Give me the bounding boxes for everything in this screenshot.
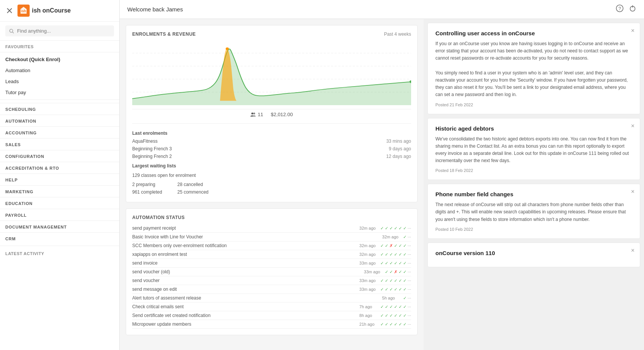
news-title-1: Controlling user access in onCourse [435, 30, 632, 36]
sidebar: ish ish onCourse FAVOURITES Checkout (Qu… [0, 0, 120, 350]
stat-count: 11 [258, 112, 263, 117]
preparing-row: 2 preparing [132, 181, 162, 188]
automation-row-10: Check critical emails sent 7h ago ✓✓✓✓✓✓… [132, 303, 411, 311]
news-close-1[interactable]: × [631, 28, 635, 34]
enrolment-row-1: AquaFitness 33 mins ago [132, 137, 411, 145]
enrolment-row-3: Beginning French 2 12 days ago [132, 153, 411, 160]
news-card-3: × Phone number field changes The next re… [427, 184, 640, 239]
news-close-3[interactable]: × [631, 189, 635, 195]
waiting-lists-label: Largest waiting lists [132, 163, 411, 169]
sidebar-section-sales[interactable]: SALES [0, 138, 119, 148]
time-label: Past 4 weeks [384, 32, 411, 37]
sidebar-section-automation[interactable]: AUTOMATION [0, 115, 119, 125]
main-area: Welcome back James ? ENROLMENTS & REVENU… [120, 0, 644, 350]
search-box [5, 25, 114, 36]
automation-row-9: Alert tutors of assessment release 5h ag… [132, 294, 411, 303]
enrolment-name-2: Beginning French 3 [132, 146, 172, 151]
automation-status-card: AUTOMATION STATUS send payment receipt 3… [126, 208, 418, 335]
automation-row-6: send voucher (old) 33m ago ✓✓✗✓✓··· [132, 268, 411, 276]
news-body-1: If you or an onCourse user you know are … [435, 40, 632, 99]
enrolments-info: Last enrolments AquaFitness 33 mins ago … [132, 123, 411, 196]
top-bar-icons: ? [616, 5, 636, 14]
news-date-2: Posted 18 Feb 2022 [435, 168, 632, 173]
automation-row-7: send voucher 33m ago ✓✓✓✓✓✓··· [132, 276, 411, 285]
power-icon[interactable] [629, 5, 636, 14]
sidebar-section-accreditation[interactable]: ACCREDITATION & RTO [0, 162, 119, 172]
automation-status-title: AUTOMATION STATUS [132, 215, 411, 220]
news-card-4: × onCourse version 110 [427, 243, 640, 267]
news-card-2: × Historic aged debtors We've consolidat… [427, 118, 640, 180]
classes-label: 129 classes open for enrolment [132, 173, 196, 178]
sidebar-section-education[interactable]: EDUCATION [0, 197, 119, 207]
automation-row-4: xapiapps on enrolment test 32m ago ✓✓✓✓✓… [132, 250, 411, 259]
stat-revenue-value: $2,012.00 [271, 112, 293, 117]
enrolment-time-3: 12 days ago [386, 154, 411, 159]
news-date-1: Posted 21 Feb 2022 [435, 102, 632, 107]
automation-row-1: send payment receipt 32m ago ✓✓✓✓✓✓··· [132, 224, 411, 233]
help-icon[interactable]: ? [616, 5, 623, 14]
content-area: ENROLMENTS & REVENUE Past 4 weeks [120, 19, 644, 350]
page-title: Welcome back James [127, 6, 183, 13]
automation-row-2: Basic Invoice with Line for Voucher 32m … [132, 233, 411, 241]
news-date-3: Posted 10 Feb 2022 [435, 227, 632, 232]
enrolment-name-3: Beginning French 2 [132, 154, 172, 159]
svg-line-5 [13, 32, 14, 33]
cancelled-row: 28 cancelled [177, 181, 209, 188]
stat-enrolments: 11 [250, 112, 263, 117]
news-body-2: We've consolidated the two historic aged… [435, 136, 632, 165]
svg-text:?: ? [619, 6, 621, 11]
svg-point-16 [252, 112, 253, 114]
sidebar-section-accounting[interactable]: ACCOUNTING [0, 126, 119, 137]
news-close-2[interactable]: × [631, 123, 635, 129]
sidebar-section-scheduling[interactable]: SCHEDULING [0, 103, 119, 113]
logo: ish ish onCourse [17, 5, 71, 17]
sidebar-section-document-management[interactable]: DOCUMENT MANAGEMENT [0, 221, 119, 231]
sidebar-section-marketing[interactable]: MARKETING [0, 185, 119, 195]
enrolments-chart [132, 44, 411, 105]
sidebar-item-automation[interactable]: Automation [0, 65, 119, 76]
sidebar-item-checkout[interactable]: Checkout (Quick Enrol) [0, 54, 119, 65]
preparing-label: 2 preparing [132, 182, 155, 187]
search-icon [9, 28, 14, 34]
sidebar-section-crm[interactable]: CRM [0, 232, 119, 243]
svg-text:ish: ish [21, 9, 26, 13]
svg-point-17 [253, 112, 255, 114]
logo-icon: ish [17, 5, 30, 17]
sidebar-header: ish ish onCourse [0, 0, 119, 22]
sidebar-section-configuration[interactable]: CONFIGURATION [0, 150, 119, 160]
automation-row-5: send invoice 33m ago ✓✓✓✓✓✓··· [132, 259, 411, 268]
news-body-3: The next release of onCourse will strip … [435, 201, 632, 223]
card-header-enrolments: ENROLMENTS & REVENUE Past 4 weeks [132, 32, 411, 41]
enrolments-title: ENROLMENTS & REVENUE [132, 32, 196, 37]
commenced-label: 25 commenced [177, 189, 209, 195]
news-title-2: Historic aged debtors [435, 125, 632, 132]
stat-revenue: $2,012.00 [271, 112, 293, 117]
automation-row-11: Send certificate vet created notificatio… [132, 311, 411, 320]
sidebar-section-payroll[interactable]: PAYROLL [0, 209, 119, 219]
news-panel: × Controlling user access in onCourse If… [424, 19, 644, 350]
automation-table: send payment receipt 32m ago ✓✓✓✓✓✓··· B… [132, 224, 411, 329]
commenced-row: 25 commenced [177, 188, 209, 196]
enrolments-revenue-card: ENROLMENTS & REVENUE Past 4 weeks [126, 25, 418, 202]
completed-row: 961 completed [132, 188, 162, 196]
svg-point-14 [226, 47, 229, 50]
close-sidebar-button[interactable] [5, 6, 14, 15]
cancelled-label: 28 cancelled [177, 182, 203, 187]
logo-text: ish onCourse [32, 7, 71, 14]
search-input[interactable] [17, 28, 110, 34]
svg-point-4 [9, 29, 13, 32]
news-close-4[interactable]: × [631, 248, 635, 254]
enrolment-time-1: 33 mins ago [386, 139, 411, 144]
sidebar-item-leads[interactable]: Leads [0, 76, 119, 87]
sidebar-section-help[interactable]: HELP [0, 173, 119, 184]
top-bar: Welcome back James ? [120, 0, 644, 19]
sidebar-item-tutor-pay[interactable]: Tutor pay [0, 87, 119, 98]
enrolment-row-2: Beginning French 3 9 days ago [132, 145, 411, 153]
chart-stats: 11 $2,012.00 [132, 109, 411, 120]
enrolment-time-2: 9 days ago [389, 146, 411, 151]
news-card-1: × Controlling user access in onCourse If… [427, 23, 640, 114]
enrolment-name-1: AquaFitness [132, 139, 158, 144]
news-title-4: onCourse version 110 [435, 250, 632, 256]
latest-activity-label: LATEST ACTIVITY [0, 248, 119, 257]
classes-open-row: 129 classes open for enrolment [132, 172, 411, 179]
